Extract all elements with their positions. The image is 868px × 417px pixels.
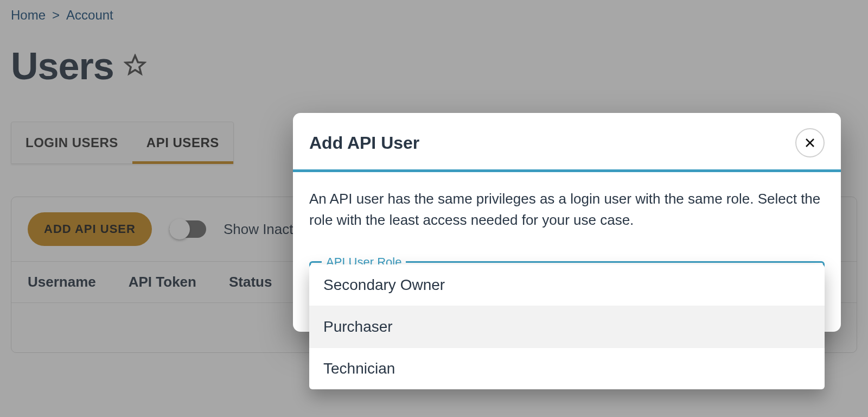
close-icon bbox=[803, 136, 816, 149]
role-dropdown: Secondary Owner Purchaser Technician bbox=[309, 264, 825, 389]
role-option-technician[interactable]: Technician bbox=[309, 348, 825, 389]
modal-description: An API user has the same privileges as a… bbox=[293, 172, 841, 245]
role-option-purchaser[interactable]: Purchaser bbox=[309, 306, 825, 348]
page-root: Home > Account Users LOGIN USERS API USE… bbox=[0, 0, 868, 417]
close-button[interactable] bbox=[795, 128, 825, 157]
role-option-secondary-owner[interactable]: Secondary Owner bbox=[309, 264, 825, 306]
role-field: API User Role Secondary Owner Purchaser … bbox=[309, 261, 825, 332]
add-api-user-modal: Add API User An API user has the same pr… bbox=[293, 113, 841, 332]
modal-header: Add API User bbox=[293, 113, 841, 172]
modal-title: Add API User bbox=[309, 133, 419, 153]
